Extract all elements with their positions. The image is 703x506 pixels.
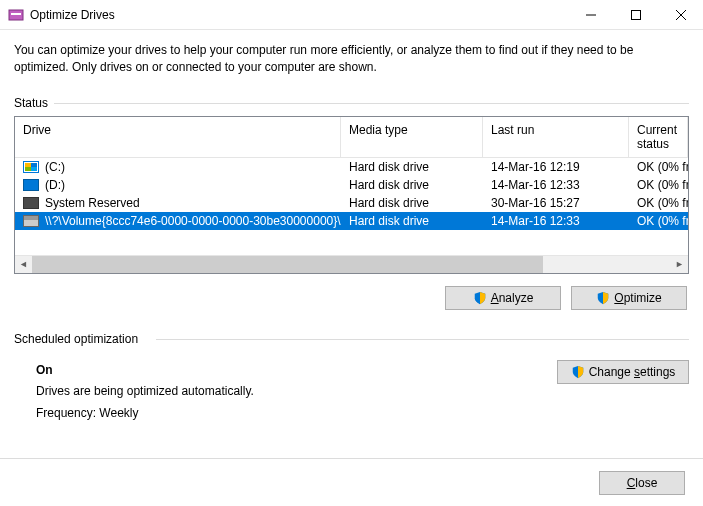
close-button[interactable]: Close <box>599 471 685 495</box>
footer: Close <box>0 458 703 506</box>
cell-status: OK (0% fragm <box>629 214 688 228</box>
grid-body: (C:)Hard disk drive14-Mar-16 12:19OK (0%… <box>15 158 688 255</box>
cell-status: OK (0% fragm <box>629 160 688 174</box>
cell-drive: System Reserved <box>15 196 341 210</box>
change-settings-button[interactable]: Change settings <box>557 360 689 384</box>
minimize-button[interactable] <box>568 0 613 29</box>
analyze-label: Analyze <box>491 291 534 305</box>
table-row[interactable]: (D:)Hard disk drive14-Mar-16 12:33OK (0%… <box>15 176 688 194</box>
scheduled-state: On <box>36 360 557 382</box>
change-settings-label: Change settings <box>589 365 676 379</box>
cell-last-run: 30-Mar-16 15:27 <box>483 196 629 210</box>
table-row[interactable]: \\?\Volume{8ccc74e6-0000-0000-0000-30be3… <box>15 212 688 230</box>
column-status[interactable]: Current status <box>629 117 688 157</box>
column-last-run[interactable]: Last run <box>483 117 629 157</box>
cell-drive: (C:) <box>15 160 341 174</box>
drive-name: (C:) <box>45 160 65 174</box>
drive-name: System Reserved <box>45 196 140 210</box>
window-controls <box>568 0 703 29</box>
drive-icon <box>23 215 39 227</box>
shield-icon <box>473 291 487 305</box>
cell-media: Hard disk drive <box>341 160 483 174</box>
cell-last-run: 14-Mar-16 12:33 <box>483 214 629 228</box>
maximize-button[interactable] <box>613 0 658 29</box>
action-buttons-row: Analyze Optimize <box>14 286 689 310</box>
svg-rect-3 <box>631 10 640 19</box>
table-row[interactable]: System ReservedHard disk drive30-Mar-16 … <box>15 194 688 212</box>
drive-icon <box>23 179 39 191</box>
scheduled-section: Scheduled optimization On Drives are bei… <box>14 332 689 425</box>
drive-icon <box>23 161 39 173</box>
scheduled-label-text: Scheduled optimization <box>14 332 144 346</box>
cell-status: OK (0% fragm <box>629 178 688 192</box>
scroll-right-arrow[interactable]: ► <box>671 256 688 273</box>
cell-drive: \\?\Volume{8ccc74e6-0000-0000-0000-30be3… <box>15 214 341 228</box>
cell-media: Hard disk drive <box>341 178 483 192</box>
table-row[interactable]: (C:)Hard disk drive14-Mar-16 12:19OK (0%… <box>15 158 688 176</box>
scheduled-text: On Drives are being optimized automatica… <box>36 360 557 425</box>
horizontal-scrollbar[interactable]: ◄ ► <box>15 255 688 273</box>
shield-icon <box>571 365 585 379</box>
cell-drive: (D:) <box>15 178 341 192</box>
close-window-button[interactable] <box>658 0 703 29</box>
cell-status: OK (0% fragm <box>629 196 688 210</box>
status-label-text: Status <box>14 96 54 110</box>
cell-last-run: 14-Mar-16 12:33 <box>483 178 629 192</box>
optimize-button[interactable]: Optimize <box>571 286 687 310</box>
column-media[interactable]: Media type <box>341 117 483 157</box>
scheduled-label: Scheduled optimization <box>14 332 689 346</box>
shield-icon <box>596 291 610 305</box>
drive-name: \\?\Volume{8ccc74e6-0000-0000-0000-30be3… <box>45 214 341 228</box>
close-label: Close <box>627 476 658 490</box>
description-text: You can optimize your drives to help you… <box>14 42 689 76</box>
svg-rect-1 <box>11 13 21 15</box>
scheduled-detail: Drives are being optimized automatically… <box>36 381 557 403</box>
titlebar: Optimize Drives <box>0 0 703 30</box>
scheduled-frequency: Frequency: Weekly <box>36 403 557 425</box>
analyze-button[interactable]: Analyze <box>445 286 561 310</box>
status-section-label: Status <box>14 96 689 110</box>
drives-grid: Drive Media type Last run Current status… <box>14 116 689 274</box>
scroll-thumb[interactable] <box>32 256 543 273</box>
column-drive[interactable]: Drive <box>15 117 341 157</box>
optimize-label: Optimize <box>614 291 661 305</box>
drive-icon <box>23 197 39 209</box>
scroll-track[interactable] <box>32 256 671 273</box>
scroll-left-arrow[interactable]: ◄ <box>15 256 32 273</box>
grid-header: Drive Media type Last run Current status <box>15 117 688 158</box>
cell-last-run: 14-Mar-16 12:19 <box>483 160 629 174</box>
app-icon <box>8 7 24 23</box>
cell-media: Hard disk drive <box>341 214 483 228</box>
cell-media: Hard disk drive <box>341 196 483 210</box>
window-title: Optimize Drives <box>30 8 568 22</box>
drive-name: (D:) <box>45 178 65 192</box>
